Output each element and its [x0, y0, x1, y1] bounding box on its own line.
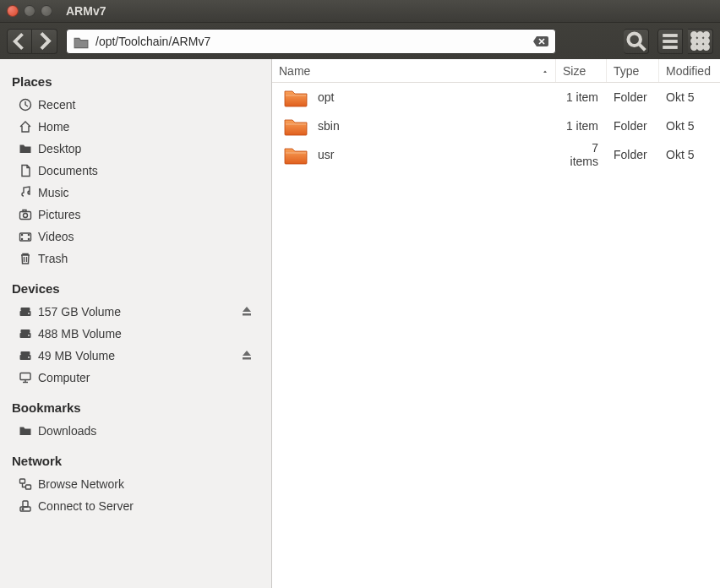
- video-icon: [19, 230, 32, 243]
- search-button[interactable]: [624, 29, 649, 54]
- file-type: Folder: [607, 90, 659, 104]
- sidebar-item-label: Browse Network: [38, 477, 124, 491]
- file-name: sbin: [318, 119, 340, 133]
- sidebar-item-label: Home: [38, 120, 69, 133]
- sidebar-item-home[interactable]: Home: [0, 116, 271, 138]
- sidebar-item-desktop[interactable]: Desktop: [0, 138, 271, 160]
- nav-group: [7, 29, 57, 54]
- file-name: usr: [318, 148, 334, 161]
- list-menu-button[interactable]: [657, 29, 683, 54]
- location-bar[interactable]: [66, 29, 556, 54]
- window-close-button[interactable]: [7, 5, 19, 17]
- music-icon: [19, 186, 32, 199]
- sidebar-item-488-mb-volume[interactable]: 488 MB Volume: [0, 323, 271, 345]
- forward-button[interactable]: [32, 29, 57, 54]
- column-size-header[interactable]: Size: [556, 59, 607, 82]
- file-modified: Okt 5: [659, 148, 720, 161]
- eject-icon[interactable]: [241, 305, 253, 319]
- sidebar-item-label: 49 MB Volume: [38, 349, 115, 362]
- column-name-header[interactable]: Name: [272, 59, 556, 82]
- file-modified: Okt 5: [659, 90, 720, 104]
- sidebar: Places RecentHomeDesktopDocumentsMusicPi…: [0, 59, 272, 588]
- camera-icon: [19, 208, 32, 221]
- file-row[interactable]: opt1 itemFolderOkt 5: [272, 83, 720, 112]
- file-size: 7 items: [556, 141, 607, 168]
- sidebar-item-label: Pictures: [38, 208, 81, 221]
- places-header: Places: [0, 71, 271, 94]
- drive-icon: [19, 305, 32, 318]
- column-type-label: Type: [614, 64, 639, 78]
- server-icon: [19, 499, 32, 513]
- sidebar-item-downloads[interactable]: Downloads: [0, 420, 271, 442]
- sidebar-item-49-mb-volume[interactable]: 49 MB Volume: [0, 345, 271, 367]
- file-list: Name Size Type Modified opt1 itemFolderO…: [272, 59, 720, 588]
- sidebar-item-music[interactable]: Music: [0, 182, 271, 204]
- clear-path-button[interactable]: [533, 35, 548, 48]
- column-name-label: Name: [279, 64, 310, 78]
- network-icon: [19, 477, 32, 491]
- document-icon: [19, 164, 32, 177]
- clock-icon: [19, 98, 32, 112]
- file-type: Folder: [607, 148, 659, 161]
- sidebar-item-connect-to-server[interactable]: Connect to Server: [0, 495, 271, 517]
- sidebar-item-label: 157 GB Volume: [38, 305, 121, 318]
- file-size: 1 item: [556, 90, 607, 104]
- window-controls: [7, 5, 52, 17]
- titlebar: ARMv7: [0, 0, 720, 22]
- sidebar-item-label: Documents: [38, 164, 98, 177]
- computer-icon: [19, 371, 32, 384]
- sidebar-item-pictures[interactable]: Pictures: [0, 204, 271, 226]
- file-modified: Okt 5: [659, 119, 720, 133]
- path-input[interactable]: [95, 35, 526, 48]
- file-row[interactable]: sbin1 itemFolderOkt 5: [272, 112, 720, 140]
- sidebar-item-label: 488 MB Volume: [38, 327, 122, 340]
- file-type: Folder: [607, 119, 659, 133]
- column-modified-header[interactable]: Modified: [659, 59, 720, 82]
- folder-icon: [74, 35, 89, 47]
- sidebar-item-recent[interactable]: Recent: [0, 94, 271, 116]
- sidebar-item-label: Desktop: [38, 142, 81, 155]
- column-size-label: Size: [563, 64, 586, 78]
- file-row[interactable]: usr7 itemsFolderOkt 5: [272, 140, 720, 169]
- sidebar-item-label: Computer: [38, 371, 90, 384]
- drive-icon: [19, 327, 32, 340]
- back-button[interactable]: [7, 29, 32, 54]
- file-size: 1 item: [556, 119, 607, 133]
- window-maximize-button[interactable]: [41, 5, 52, 17]
- trash-icon: [19, 252, 32, 265]
- bookmarks-header: Bookmarks: [0, 397, 271, 420]
- devices-header: Devices: [0, 278, 271, 301]
- eject-icon[interactable]: [241, 349, 253, 363]
- drive-icon: [19, 349, 32, 362]
- column-headers: Name Size Type Modified: [272, 59, 720, 83]
- sidebar-item-157-gb-volume[interactable]: 157 GB Volume: [0, 301, 271, 323]
- file-name: opt: [318, 90, 334, 104]
- folder-icon: [19, 142, 32, 155]
- sort-ascending-icon: [542, 64, 548, 78]
- sidebar-item-label: Videos: [38, 230, 74, 243]
- toolbar: [0, 22, 720, 59]
- network-header: Network: [0, 450, 271, 473]
- folder-icon: [284, 144, 308, 165]
- sidebar-item-label: Downloads: [38, 424, 96, 438]
- window-minimize-button[interactable]: [24, 5, 35, 17]
- sidebar-item-label: Music: [38, 186, 69, 199]
- sidebar-item-computer[interactable]: Computer: [0, 367, 271, 389]
- window-title: ARMv7: [59, 4, 106, 18]
- column-type-header[interactable]: Type: [607, 59, 659, 82]
- grid-view-button[interactable]: [688, 29, 713, 54]
- sidebar-item-trash[interactable]: Trash: [0, 248, 271, 270]
- sidebar-item-label: Connect to Server: [38, 499, 134, 513]
- sidebar-item-videos[interactable]: Videos: [0, 226, 271, 248]
- home-icon: [19, 120, 32, 133]
- sidebar-item-documents[interactable]: Documents: [0, 160, 271, 182]
- folder-icon: [284, 87, 308, 107]
- column-modified-label: Modified: [666, 64, 711, 78]
- folder-icon: [284, 116, 308, 136]
- sidebar-item-browse-network[interactable]: Browse Network: [0, 473, 271, 495]
- sidebar-item-label: Trash: [38, 252, 68, 265]
- sidebar-item-label: Recent: [38, 98, 75, 112]
- folder-icon: [19, 424, 32, 438]
